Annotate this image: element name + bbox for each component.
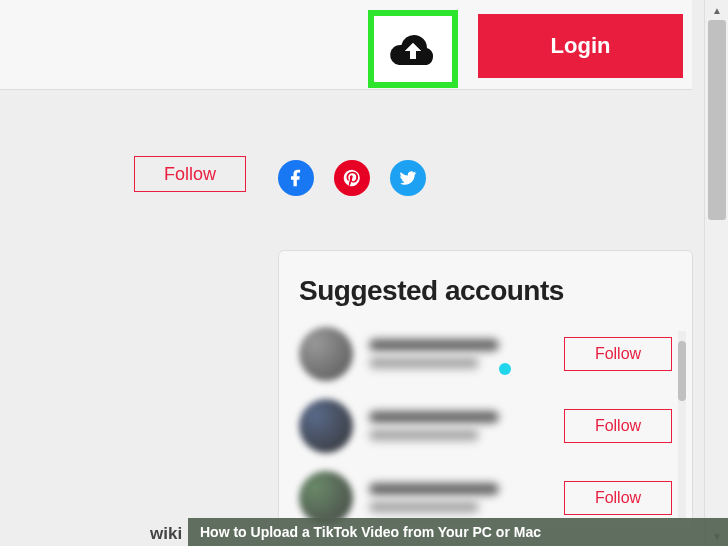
follow-button[interactable]: Follow bbox=[564, 337, 672, 371]
caption-bar: How to Upload a TikTok Video from Your P… bbox=[188, 518, 728, 546]
twitter-icon[interactable] bbox=[390, 160, 426, 196]
suggested-account-row[interactable]: Follow bbox=[299, 471, 672, 525]
verified-icon bbox=[499, 363, 511, 375]
login-button[interactable]: Login bbox=[478, 14, 683, 78]
social-share-row bbox=[278, 160, 426, 196]
facebook-icon[interactable] bbox=[278, 160, 314, 196]
suggested-account-row[interactable]: Follow bbox=[299, 327, 672, 381]
wikihow-brand: wiki bbox=[150, 524, 182, 544]
suggested-title: Suggested accounts bbox=[299, 275, 672, 307]
account-text-blurred bbox=[369, 339, 564, 369]
card-scrollbar-thumb[interactable] bbox=[678, 341, 686, 401]
avatar bbox=[299, 471, 353, 525]
follow-button-main[interactable]: Follow bbox=[134, 156, 246, 192]
account-text-blurred bbox=[369, 483, 564, 513]
follow-button[interactable]: Follow bbox=[564, 481, 672, 515]
suggested-account-row[interactable]: Follow bbox=[299, 399, 672, 453]
page-scrollbar: ▲ ▼ bbox=[704, 0, 728, 546]
cloud-upload-icon[interactable] bbox=[389, 29, 437, 69]
suggested-accounts-card: Suggested accounts Follow Follow bbox=[278, 250, 693, 530]
avatar bbox=[299, 399, 353, 453]
scrollbar-thumb[interactable] bbox=[708, 20, 726, 220]
header-bar: Login bbox=[0, 0, 692, 90]
upload-button-highlight bbox=[368, 10, 458, 88]
scroll-up-arrow-icon[interactable]: ▲ bbox=[705, 0, 728, 20]
pinterest-icon[interactable] bbox=[334, 160, 370, 196]
follow-button[interactable]: Follow bbox=[564, 409, 672, 443]
avatar bbox=[299, 327, 353, 381]
account-text-blurred bbox=[369, 411, 564, 441]
page-viewport: Login Follow Suggested accounts Follow bbox=[0, 0, 728, 546]
